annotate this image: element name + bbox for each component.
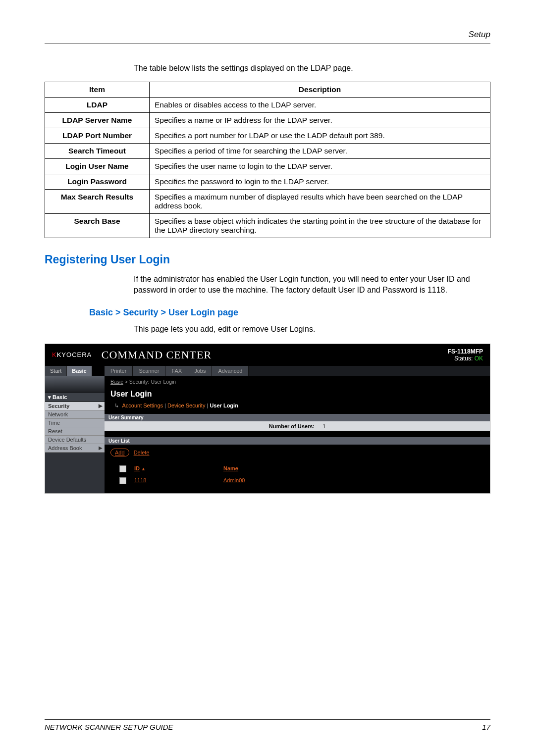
sub-nav: ↳ Account Settings | Device Security | U…	[105, 401, 490, 414]
sidebar-item-device-defaults[interactable]: Device Defaults	[45, 436, 105, 444]
link-user-login-current: User Login	[210, 403, 238, 408]
table-row-desc: Specifies the user name to login to the …	[150, 159, 490, 174]
table-row-item: Search Base	[45, 214, 150, 238]
header-image	[45, 376, 105, 393]
sidebar-item-reset[interactable]: Reset	[45, 427, 105, 436]
table-row-item: Max Search Results	[45, 190, 150, 214]
add-button[interactable]: Add	[110, 449, 129, 456]
col-name-header[interactable]: Name	[223, 465, 238, 471]
sidebar-header[interactable]: ▾ Basic	[45, 393, 105, 402]
user-id-link[interactable]: 1118	[134, 477, 146, 483]
row-checkbox[interactable]	[119, 477, 126, 484]
user-name-link[interactable]: Admin00	[223, 477, 245, 483]
table-row-item: Login User Name	[45, 159, 150, 174]
table-row-item: LDAP Server Name	[45, 113, 150, 128]
col-desc: Description	[150, 82, 490, 98]
command-center-screenshot: KKYOCERA COMMAND CENTER FS-1118MFP Statu…	[45, 344, 490, 494]
table-row-desc: Enables or disables access to the LDAP s…	[150, 98, 490, 113]
footer-page: 17	[482, 723, 490, 731]
app-header: KKYOCERA COMMAND CENTER FS-1118MFP Statu…	[45, 344, 490, 366]
user-row: 1118Admin00	[119, 475, 484, 487]
sidebar-item-address-book[interactable]: Address Book▶	[45, 444, 105, 453]
table-row-desc: Specifies a name or IP address for the L…	[150, 113, 490, 128]
ldap-settings-table: Item Description LDAPEnables or disables…	[45, 82, 490, 238]
link-account-settings[interactable]: Account Settings	[122, 403, 163, 408]
section-heading: Registering User Login	[45, 253, 490, 266]
tab-advanced[interactable]: Advanced	[212, 366, 249, 376]
app-logo: KKYOCERA COMMAND CENTER	[52, 349, 212, 361]
page-title: User Login	[105, 388, 490, 401]
table-row-item: Login Password	[45, 174, 150, 190]
link-device-security[interactable]: Device Security	[167, 403, 205, 408]
user-summary-bar: User Summary	[105, 414, 490, 421]
subsection-heading: Basic > Security > User Login page	[89, 307, 490, 318]
table-row-desc: Specifies a port number for LDAP or use …	[150, 128, 490, 144]
tab-printer[interactable]: Printer	[105, 366, 133, 376]
tab-start[interactable]: Start	[45, 366, 67, 376]
tab-jobs[interactable]: Jobs	[188, 366, 212, 376]
device-status: FS-1118MFP Status: OK	[448, 348, 483, 362]
user-summary-row: Number of Users: 1	[105, 421, 490, 431]
select-all-checkbox[interactable]	[119, 465, 126, 472]
table-row-desc: Specifies a base object which indicates …	[150, 214, 490, 238]
user-list-bar: User List	[105, 437, 490, 445]
col-item: Item	[45, 82, 150, 98]
table-row-item: LDAP	[45, 98, 150, 113]
delete-link[interactable]: Delete	[134, 450, 150, 455]
breadcrumb-basic[interactable]: Basic	[110, 379, 123, 385]
table-row-item: Search Timeout	[45, 144, 150, 159]
chevron-right-icon: ▶	[99, 445, 103, 451]
sort-asc-icon[interactable]: ▲	[141, 466, 146, 471]
table-row-desc: Specifies a maximum number of displayed …	[150, 190, 490, 214]
table-row-item: LDAP Port Number	[45, 128, 150, 144]
table-row-desc: Specifies the password to login to the L…	[150, 174, 490, 190]
chevron-right-icon: ▶	[99, 403, 103, 408]
intro-text: The table below lists the settings displ…	[134, 64, 490, 73]
section-para: If the administrator has enabled the Use…	[134, 274, 490, 295]
col-id-header[interactable]: ID	[134, 465, 140, 471]
table-row-desc: Specifies a period of time for searching…	[150, 144, 490, 159]
footer-title: NETWORK SCANNER SETUP GUIDE	[45, 723, 173, 731]
sidebar-item-time[interactable]: Time	[45, 419, 105, 427]
sidebar-item-network[interactable]: Network	[45, 410, 105, 419]
sidebar-item-security[interactable]: Security▶	[45, 402, 105, 410]
breadcrumb: Basic > Security: User Login	[105, 376, 490, 388]
page-header-section: Setup	[45, 30, 490, 44]
tab-scanner[interactable]: Scanner	[133, 366, 165, 376]
tab-fax[interactable]: FAX	[165, 366, 188, 376]
tab-basic[interactable]: Basic	[67, 366, 92, 376]
subsection-para: This page lets you add, edit or remove U…	[134, 324, 490, 335]
